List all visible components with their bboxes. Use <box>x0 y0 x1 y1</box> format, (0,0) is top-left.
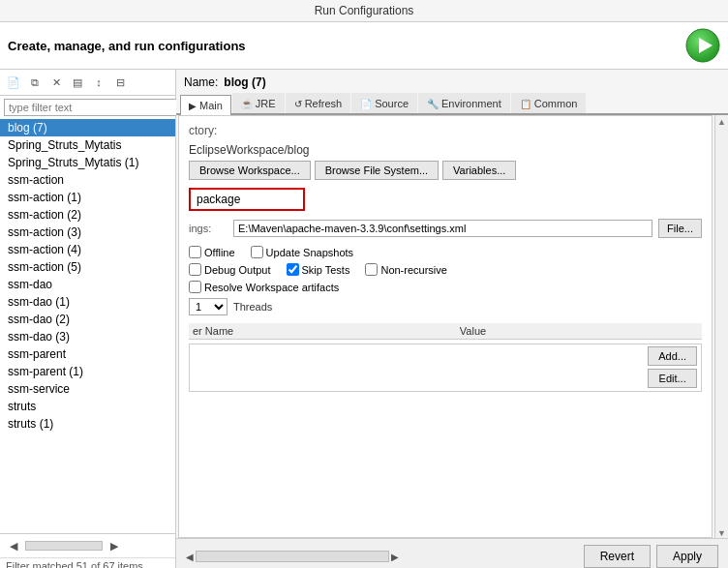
threads-select[interactable]: 1 2 4 <box>189 298 228 315</box>
main-tab-label: Main <box>199 100 223 111</box>
content-inner: ctory: EclipseWorkspace/blog Browse Work… <box>179 116 712 537</box>
skip-tests-check[interactable] <box>287 263 299 276</box>
content-wrapper: ctory: EclipseWorkspace/blog Browse Work… <box>176 115 728 538</box>
common-tab-label: Common <box>534 98 578 109</box>
refresh-tab-label: Refresh <box>305 98 343 109</box>
scroll-left-button[interactable]: ◀ <box>4 536 23 555</box>
scroll-bottom-right[interactable]: ▶ <box>391 552 399 562</box>
delete-button[interactable]: ✕ <box>46 73 66 92</box>
add-button[interactable]: Add... <box>648 346 697 366</box>
apply-button[interactable]: Apply <box>656 545 718 568</box>
skip-tests-checkbox[interactable]: Skip Tests <box>287 263 350 276</box>
non-recursive-label: Non-recursive <box>380 264 446 276</box>
bottom-scroll-area: ◀ ▶ <box>186 551 584 562</box>
scroll-up-arrow[interactable]: ▲ <box>717 117 726 127</box>
duplicate-button[interactable]: ⧉ <box>25 73 45 92</box>
filter-input[interactable] <box>4 99 179 116</box>
tab-refresh[interactable]: ↺Refresh <box>286 93 351 113</box>
content-area: ctory: EclipseWorkspace/blog Browse Work… <box>178 115 713 538</box>
title-bar: Run Configurations <box>0 0 728 22</box>
variables-button[interactable]: Variables... <box>442 161 516 180</box>
directory-label: ctory: <box>189 124 247 137</box>
debug-output-checkbox[interactable]: Debug Output <box>189 263 271 276</box>
params-side-buttons: Add... Edit... <box>648 346 697 388</box>
source-tab-label: Source <box>375 98 409 109</box>
settings-label: ings: <box>189 223 228 234</box>
offline-check[interactable] <box>189 246 201 258</box>
edit-button[interactable]: Edit... <box>648 369 697 388</box>
list-item[interactable]: ssm-dao (1) <box>0 293 175 311</box>
directory-label-row: ctory: <box>189 124 702 137</box>
list-item[interactable]: blog (7) <box>0 119 175 136</box>
list-item[interactable]: ssm-dao <box>0 276 175 293</box>
scroll-down-arrow[interactable]: ▼ <box>717 528 726 538</box>
list-item[interactable]: ssm-action (4) <box>0 241 175 258</box>
left-footer: ◀ ▶ <box>0 533 175 557</box>
list-item[interactable]: ssm-action (1) <box>0 189 175 206</box>
collapse-button[interactable]: ⊟ <box>110 73 130 92</box>
checkbox-row-3: Resolve Workspace artifacts <box>189 281 702 293</box>
list-item[interactable]: ssm-service <box>0 380 175 398</box>
settings-input[interactable] <box>233 220 652 237</box>
list-item[interactable]: ssm-dao (2) <box>0 311 175 328</box>
jre-tab-icon: ☕ <box>241 99 253 109</box>
list-item[interactable]: ssm-dao (3) <box>0 328 175 345</box>
list-item[interactable]: ssm-parent (1) <box>0 363 175 380</box>
list-item[interactable]: ssm-action (2) <box>0 206 175 224</box>
jre-tab-label: JRE <box>256 98 276 109</box>
list-item[interactable]: ssm-parent <box>0 345 175 363</box>
update-snapshots-checkbox[interactable]: Update Snapshots <box>251 246 354 258</box>
threads-label: Threads <box>233 301 272 313</box>
threads-row: 1 2 4 Threads <box>189 298 702 315</box>
list-item[interactable]: ssm-action (5) <box>0 258 175 276</box>
bottom-bar: ◀ ▶ Revert Apply <box>176 538 728 568</box>
checkbox-row-2: Debug Output Skip Tests Non-recursive <box>189 263 702 276</box>
scroll-bottom-left[interactable]: ◀ <box>186 552 194 562</box>
goals-input[interactable]: package <box>189 188 305 211</box>
file-button[interactable]: File... <box>658 219 702 238</box>
checkbox-row-1: Offline Update Snapshots <box>189 246 702 258</box>
tabs-row: ▶Main☕JRE↺Refresh📄Source🔧Environment📋Com… <box>176 93 728 115</box>
refresh-tab-icon: ↺ <box>294 99 302 109</box>
run-icon[interactable] <box>685 28 720 63</box>
tab-jre[interactable]: ☕JRE <box>232 93 285 113</box>
list-item[interactable]: struts (1) <box>0 415 175 433</box>
scroll-right-button[interactable]: ▶ <box>105 536 124 555</box>
new-config-button[interactable]: 📄 <box>4 73 23 92</box>
update-snapshots-label: Update Snapshots <box>266 247 354 258</box>
list-item[interactable]: ssm-action <box>0 171 175 189</box>
browse-filesystem-button[interactable]: Browse File System... <box>315 161 439 180</box>
revert-button[interactable]: Revert <box>584 545 651 568</box>
offline-label: Offline <box>204 247 235 258</box>
non-recursive-check[interactable] <box>365 263 378 276</box>
vertical-scrollbar[interactable]: ▲ ▼ <box>714 115 728 538</box>
name-label: Name: <box>184 75 218 89</box>
tab-environment[interactable]: 🔧Environment <box>418 93 510 113</box>
tab-main[interactable]: ▶Main <box>180 95 231 115</box>
name-row: Name: blog (7) <box>176 70 728 93</box>
resolve-workspace-check[interactable] <box>189 281 201 293</box>
environment-tab-icon: 🔧 <box>427 99 439 109</box>
col-header-value: Value <box>456 323 644 340</box>
resolve-workspace-checkbox[interactable]: Resolve Workspace artifacts <box>189 281 339 293</box>
debug-output-check[interactable] <box>189 263 201 276</box>
expand-button[interactable]: ↕ <box>89 73 108 92</box>
list-item[interactable]: Spring_Struts_Mytatis (1) <box>0 154 175 171</box>
title-bar-text: Run Configurations <box>315 4 414 17</box>
debug-output-label: Debug Output <box>204 264 271 276</box>
horizontal-scrollbar[interactable] <box>25 541 103 551</box>
resolve-workspace-label: Resolve Workspace artifacts <box>204 282 339 293</box>
goals-value: package <box>197 193 240 206</box>
filter-button[interactable]: ▤ <box>68 73 87 92</box>
update-snapshots-check[interactable] <box>251 246 263 258</box>
list-item[interactable]: struts <box>0 398 175 415</box>
list-item[interactable]: Spring_Struts_Mytatis <box>0 136 175 154</box>
browse-workspace-button[interactable]: Browse Workspace... <box>189 161 311 180</box>
params-table: er Name Value <box>189 323 702 340</box>
list-item[interactable]: ssm-action (3) <box>0 224 175 241</box>
bottom-scrollbar[interactable] <box>196 551 389 562</box>
offline-checkbox[interactable]: Offline <box>189 246 235 258</box>
non-recursive-checkbox[interactable]: Non-recursive <box>365 263 446 276</box>
tab-common[interactable]: 📋Common <box>511 93 587 113</box>
tab-source[interactable]: 📄Source <box>351 93 417 113</box>
